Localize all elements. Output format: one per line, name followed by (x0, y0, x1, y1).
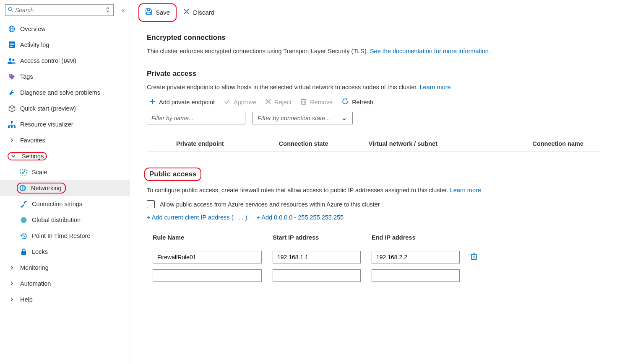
people-icon (8, 57, 16, 64)
sidebar-item-label: Networking (31, 185, 62, 191)
sidebar-item-tags[interactable]: Tags (0, 69, 130, 85)
lock-icon (19, 248, 28, 256)
encrypted-title: Encrypted connections (147, 34, 600, 42)
sidebar-item-label: Quick start (preview) (20, 105, 76, 112)
col-rule-name: Rule Name (148, 231, 267, 248)
end-ip-input[interactable] (372, 269, 460, 282)
refresh-button[interactable]: Refresh (342, 98, 373, 106)
svg-point-22 (21, 217, 26, 223)
close-icon (183, 8, 190, 16)
col-connection-name: Connection name (486, 136, 600, 152)
sidebar-group-monitoring[interactable]: Monitoring (0, 260, 130, 276)
public-access-desc: To configure public access, create firew… (147, 187, 600, 194)
plus-icon (149, 98, 156, 106)
sidebar-group-favorites[interactable]: Favorites (0, 132, 130, 148)
sidebar-item-scale[interactable]: Scale (0, 164, 130, 180)
end-ip-input[interactable] (372, 251, 460, 263)
svg-line-21 (23, 203, 25, 205)
reject-button: Reject (266, 98, 292, 106)
earth-icon (19, 217, 28, 224)
svg-rect-25 (147, 12, 151, 14)
svg-point-11 (10, 75, 11, 76)
sidebar-item-resource-visualizer[interactable]: Resource visualizer (0, 116, 130, 132)
allow-azure-checkbox[interactable] (147, 200, 155, 208)
private-endpoint-table: Private endpoint Connection state Virtua… (147, 136, 600, 152)
svg-rect-6 (10, 43, 14, 44)
remove-button: Remove (301, 98, 333, 106)
save-button[interactable]: Save (140, 5, 175, 20)
col-start-ip: Start IP address (268, 231, 366, 248)
sidebar-group-label: Help (20, 296, 33, 303)
discard-button[interactable]: Discard (178, 5, 219, 20)
filter-state-select[interactable]: Filter by connection state... (252, 112, 353, 124)
sidebar-item-label: Connection strings (32, 201, 82, 207)
sidebar-item-networking[interactable]: Networking (0, 180, 130, 196)
search-input[interactable] (13, 6, 103, 14)
private-access-learn-more[interactable]: Learn more (419, 84, 450, 90)
sidebar-item-locks[interactable]: Locks (0, 244, 130, 260)
public-access-title: Public access (144, 168, 201, 181)
svg-rect-14 (11, 126, 13, 128)
sidebar-group-label: Favorites (20, 137, 45, 144)
globe-icon (8, 25, 16, 33)
col-vnet-subnet: Virtual network / subnet (365, 136, 486, 152)
chevron-right-icon (8, 138, 16, 142)
sidebar-item-label: Global distribution (32, 217, 81, 223)
sidebar-item-label: Activity log (20, 41, 49, 48)
approve-button: Approve (224, 98, 256, 106)
sidebar-item-overview[interactable]: Overview (0, 21, 130, 37)
start-ip-input[interactable] (273, 269, 361, 282)
sidebar-item-global-distribution[interactable]: Global distribution (0, 212, 130, 228)
add-private-endpoint-button[interactable]: Add private endpoint (149, 98, 215, 106)
add-client-ip-link[interactable]: + Add current client IP address ( . . . … (147, 214, 247, 221)
cube-icon (8, 105, 16, 112)
add-all-ip-link[interactable]: + Add 0.0.0.0 - 255.255.255.255 (257, 214, 344, 221)
private-endpoint-toolbar: Add private endpoint Approve Reject (149, 98, 600, 106)
delete-rule-icon[interactable] (471, 253, 477, 262)
chevron-right-icon (8, 281, 16, 286)
svg-rect-24 (147, 9, 150, 10)
chevron-right-icon (8, 266, 16, 270)
search-box[interactable] (5, 4, 114, 16)
rule-name-input[interactable] (153, 251, 262, 263)
sidebar-group-settings[interactable]: Settings (0, 148, 130, 164)
restore-icon (19, 232, 28, 240)
col-end-ip: End IP address (367, 231, 465, 248)
sidebar-item-diagnose[interactable]: Diagnose and solve problems (0, 85, 130, 101)
svg-point-9 (9, 58, 11, 61)
svg-line-1 (12, 10, 13, 12)
svg-point-10 (13, 59, 15, 61)
sidebar-item-access-control[interactable]: Access control (IAM) (0, 53, 130, 69)
wrench-icon (8, 89, 16, 96)
rule-name-input[interactable] (153, 269, 262, 282)
sidebar-item-label: Access control (IAM) (20, 57, 76, 64)
public-access-learn-more[interactable]: Learn more (450, 187, 481, 194)
start-ip-input[interactable] (273, 251, 361, 263)
firewall-rules-table: Rule Name Start IP address End IP addres… (147, 230, 483, 285)
col-connection-state: Connection state (276, 136, 365, 152)
sidebar: « Overview Activity log Access control (… (0, 0, 130, 364)
private-access-title: Private access (147, 70, 600, 78)
sidebar-group-automation[interactable]: Automation (0, 276, 130, 292)
filter-name-input[interactable] (147, 112, 245, 124)
sidebar-item-pit-restore[interactable]: Point In Time Restore (0, 228, 130, 244)
sidebar-group-help[interactable]: Help (0, 292, 130, 307)
sidebar-item-label: Tags (20, 73, 33, 80)
updown-icon[interactable] (103, 7, 111, 14)
encrypted-doc-link[interactable]: See the documentation for more informati… (370, 48, 490, 54)
tag-icon (8, 73, 16, 80)
check-icon (224, 98, 230, 106)
svg-rect-12 (11, 121, 13, 123)
chevron-right-icon (8, 297, 16, 302)
sidebar-group-label: Settings (22, 153, 46, 160)
svg-rect-7 (10, 44, 14, 45)
save-icon (145, 8, 152, 17)
sidebar-group-label: Automation (20, 280, 51, 287)
log-icon (8, 41, 16, 49)
sidebar-item-activity-log[interactable]: Activity log (0, 37, 130, 53)
sidebar-item-label: Locks (32, 248, 48, 255)
sidebar-item-quick-start[interactable]: Quick start (preview) (0, 101, 130, 116)
sidebar-item-label: Scale (32, 169, 47, 176)
sidebar-item-connection-strings[interactable]: Connection strings (0, 196, 130, 212)
collapse-sidebar-icon[interactable]: « (121, 7, 125, 13)
